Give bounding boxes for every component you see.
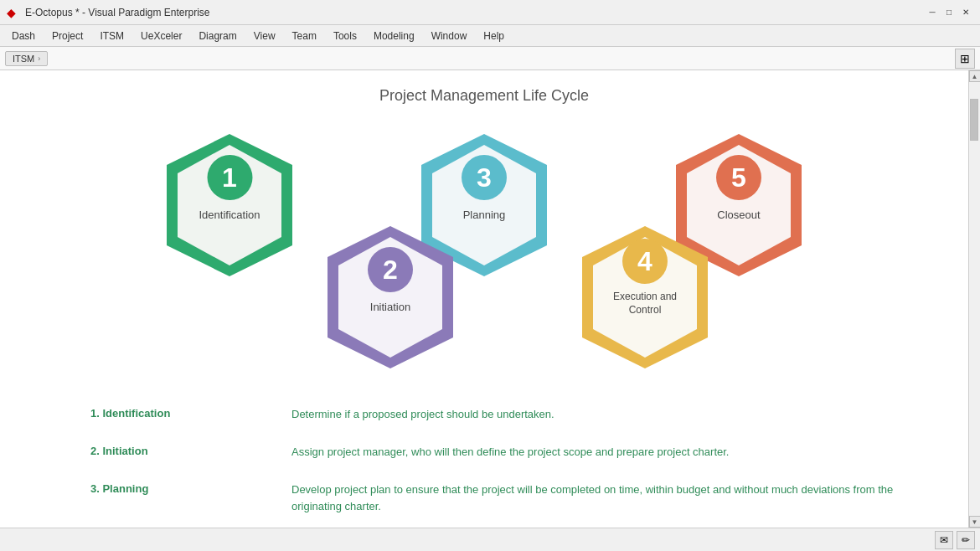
desc-row-2: 2. Initiation Assign project manager, wh… (90, 444, 895, 461)
toolbar-left: ITSM › (5, 51, 48, 66)
menu-project[interactable]: Project (44, 28, 91, 44)
hex-number-4: 4 (622, 239, 668, 284)
view-toggle-button[interactable]: ⊞ (955, 49, 975, 69)
scroll-track (969, 82, 980, 516)
menu-itsm[interactable]: ITSM (91, 28, 132, 44)
hex-label-2: Initiation (370, 301, 410, 315)
desc-text-2: Assign project manager, who will then de… (291, 444, 895, 461)
hex-container-4: 4 Execution and Control (578, 222, 712, 373)
hex-number-3: 3 (462, 155, 507, 200)
hex-content-5: 5 Closeout (716, 155, 761, 223)
menu-modeling[interactable]: Modeling (365, 28, 423, 44)
app-icon: ◆ (7, 6, 20, 19)
view-toggle-icon: ⊞ (960, 52, 970, 65)
maximize-button[interactable]: □ (941, 5, 957, 20)
edit-button[interactable]: ✏ (957, 531, 975, 549)
window-title: E-Octopus * - Visual Paradigm Enterprise (25, 7, 210, 18)
status-bar: ✉ ✏ (0, 528, 980, 551)
scroll-thumb[interactable] (970, 99, 978, 141)
desc-label-2: 2. Initiation (90, 444, 275, 461)
desc-text-1: Determine if a proposed project should b… (291, 406, 895, 424)
hex-label-1: Identification (199, 209, 260, 223)
hex-content-2: 2 Initiation (368, 247, 413, 315)
hex-number-1: 1 (207, 155, 252, 200)
desc-label-1: 1. Identification (90, 406, 275, 424)
page-title: Project Management Life Cycle (50, 87, 918, 105)
desc-row-1: 1. Identification Determine if a propose… (90, 406, 895, 424)
description-list: 1. Identification Determine if a propose… (74, 406, 895, 516)
hex-content-3: 3 Planning (462, 155, 507, 223)
desc-text-3: Develop project plan to ensure that the … (291, 481, 895, 517)
title-bar-controls: ─ □ ✕ (925, 5, 973, 20)
title-bar: ◆ E-Octopus * - Visual Paradigm Enterpri… (0, 0, 980, 25)
breadcrumb-label: ITSM (13, 54, 34, 64)
minimize-button[interactable]: ─ (925, 5, 940, 20)
main-area: Project Management Life Cycle 1 Identifi… (0, 70, 980, 528)
menu-tools[interactable]: Tools (325, 28, 365, 44)
menu-diagram[interactable]: Diagram (190, 28, 245, 44)
content-scroll[interactable]: Project Management Life Cycle 1 Identifi… (0, 70, 968, 528)
hex-container-2: 2 Initiation (323, 222, 457, 373)
desc-label-3: 3. Planning (90, 481, 275, 517)
email-button[interactable]: ✉ (935, 531, 953, 549)
menu-bar: Dash Project ITSM UeXceler Diagram View … (0, 25, 980, 47)
menu-window[interactable]: Window (423, 28, 476, 44)
desc-row-3: 3. Planning Develop project plan to ensu… (90, 481, 895, 517)
right-scrollbar: ▲ ▼ (968, 70, 980, 528)
scroll-down-button[interactable]: ▼ (969, 516, 981, 528)
menu-dash[interactable]: Dash (3, 28, 44, 44)
hex-label-4: Execution and Control (611, 291, 678, 317)
edit-icon: ✏ (962, 534, 970, 546)
scroll-up-button[interactable]: ▲ (969, 70, 981, 82)
hex-label-5: Closeout (717, 209, 760, 223)
hex-content-1: 1 Identification (199, 155, 260, 223)
hex-container-1: 1 Identification (162, 130, 297, 281)
hex-label-3: Planning (463, 209, 506, 223)
email-icon: ✉ (940, 534, 948, 546)
menu-help[interactable]: Help (475, 28, 513, 44)
hex-content-4: 4 Execution and Control (611, 239, 678, 317)
toolbar-right: ⊞ (955, 49, 975, 69)
hex-number-2: 2 (368, 247, 413, 292)
breadcrumb-arrow-icon: › (38, 54, 40, 63)
menu-team[interactable]: Team (284, 28, 325, 44)
toolbar: ITSM › ⊞ (0, 47, 980, 70)
breadcrumb-itsm[interactable]: ITSM › (5, 51, 48, 66)
menu-view[interactable]: View (245, 28, 284, 44)
menu-uexceler[interactable]: UeXceler (132, 28, 190, 44)
hex-diagram: 1 Identification 3 Planning (50, 130, 918, 373)
hex-row-2: 2 Initiation 4 Execution and Control (320, 222, 715, 373)
hex-number-5: 5 (716, 155, 761, 200)
title-bar-left: ◆ E-Octopus * - Visual Paradigm Enterpri… (7, 6, 210, 19)
close-button[interactable]: ✕ (958, 5, 973, 20)
